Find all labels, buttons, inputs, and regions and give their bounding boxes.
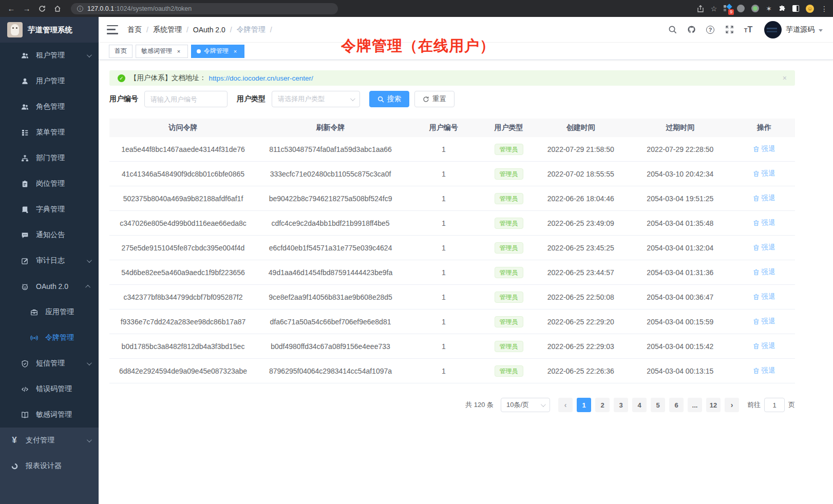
- page-button[interactable]: ...: [688, 398, 702, 412]
- tag-tab[interactable]: 敏感词管理 ×: [136, 45, 188, 58]
- doc-link[interactable]: https://doc.iocoder.cn/user-center/: [209, 74, 313, 82]
- log-icon: [21, 257, 29, 265]
- page-button[interactable]: 6: [669, 398, 684, 412]
- extension-green-dot-icon[interactable]: [751, 5, 759, 12]
- caret-down-icon: [819, 29, 823, 32]
- site-info-icon[interactable]: i: [77, 6, 83, 12]
- page-button[interactable]: 4: [632, 398, 647, 412]
- goto-label: 前往: [747, 400, 761, 410]
- user-menu[interactable]: 芋道源码: [764, 21, 823, 38]
- breadcrumb-item[interactable]: 令牌管理/: [237, 25, 277, 34]
- collapse-menu-icon[interactable]: [107, 25, 118, 34]
- prev-page-button[interactable]: ‹: [558, 398, 573, 412]
- tag-tab[interactable]: 令牌管理 ×: [191, 45, 244, 58]
- sidebar-item[interactable]: 报表设计器: [0, 453, 99, 479]
- page-button[interactable]: 1: [577, 398, 591, 412]
- breadcrumb-item[interactable]: 首页/: [127, 25, 153, 34]
- share-icon[interactable]: [697, 5, 704, 12]
- search-button[interactable]: 搜索: [369, 91, 409, 107]
- goto-page-input[interactable]: [764, 398, 785, 412]
- user-type-select[interactable]: 请选择用户类型: [272, 91, 360, 107]
- extensions-puzzle-icon[interactable]: [779, 5, 786, 12]
- extension-star-icon[interactable]: ✶: [766, 5, 772, 13]
- kick-out-button[interactable]: 强退: [753, 292, 775, 301]
- tag-tab[interactable]: 首页 ×: [109, 45, 132, 58]
- sidebar-item[interactable]: 令牌管理: [0, 325, 99, 351]
- kick-out-button[interactable]: 强退: [753, 366, 775, 375]
- search-icon[interactable]: [667, 25, 677, 35]
- profile-avatar-icon[interactable]: ☺: [806, 5, 814, 13]
- close-tab-icon[interactable]: ×: [175, 48, 182, 55]
- kick-out-button[interactable]: 强退: [753, 317, 775, 326]
- column-header: 用户编号: [404, 123, 483, 132]
- address-bar[interactable]: i 127.0.0.1:1024/system/oauth2/token: [71, 3, 338, 14]
- breadcrumb-item[interactable]: OAuth 2.0/: [193, 26, 237, 34]
- alert-text: 【用户体系】文档地址：: [130, 73, 206, 83]
- alert-close-icon[interactable]: ×: [783, 74, 787, 82]
- sidebar-item[interactable]: 租户管理: [0, 43, 99, 68]
- dict-icon: [21, 205, 29, 214]
- kick-out-button[interactable]: 强退: [753, 193, 775, 203]
- sidebar-item-label: 报表设计器: [26, 461, 62, 471]
- reset-button[interactable]: 重置: [414, 91, 455, 107]
- created-time-cell: 2022-06-25 22:29:03: [535, 342, 627, 351]
- next-page-button[interactable]: ›: [725, 398, 739, 412]
- sidebar-item[interactable]: 字典管理: [0, 197, 99, 222]
- table-row: 6d842e2924594de9a09e45e087323abe 8796295…: [109, 359, 795, 383]
- sidebar-item[interactable]: ¥ 支付管理: [0, 428, 99, 453]
- font-size-icon[interactable]: TT: [743, 25, 753, 35]
- kick-out-button[interactable]: 强退: [753, 169, 775, 178]
- sidebar-item[interactable]: 应用管理: [0, 299, 99, 325]
- sidebar-item[interactable]: 敏感词管理: [0, 402, 99, 428]
- sidebar-item[interactable]: 短信管理: [0, 351, 99, 376]
- kick-out-button[interactable]: 强退: [753, 144, 775, 153]
- user-type-cell: 管理员: [483, 168, 535, 180]
- table-row: 502375b8040a469a9b82188afdf6af1f be90422…: [109, 186, 795, 211]
- page-button[interactable]: 2: [595, 398, 610, 412]
- github-icon[interactable]: [686, 25, 696, 35]
- sidebar-item[interactable]: 角色管理: [0, 94, 99, 120]
- sidebar-item[interactable]: 用户管理: [0, 68, 99, 94]
- forward-icon[interactable]: →: [21, 3, 33, 15]
- sidebar-item[interactable]: 部门管理: [0, 145, 99, 171]
- bookmark-star-icon[interactable]: ☆: [711, 5, 717, 13]
- extension-tabs-icon[interactable]: 9: [724, 5, 730, 12]
- page-button[interactable]: 5: [651, 398, 665, 412]
- extension-gray-icon[interactable]: [737, 5, 745, 12]
- kick-out-button[interactable]: 强退: [753, 243, 775, 252]
- created-time-cell: 2022-06-25 23:44:57: [535, 268, 627, 277]
- app-logo[interactable]: 芋道管理系统: [0, 17, 99, 43]
- kick-out-button[interactable]: 强退: [753, 218, 775, 227]
- menu-dots-icon[interactable]: ⋮: [821, 5, 828, 13]
- page-size-select[interactable]: 10条/页: [501, 398, 550, 412]
- active-dot: [197, 49, 201, 53]
- sidebar-item[interactable]: 菜单管理: [0, 120, 99, 145]
- help-icon[interactable]: ?: [705, 25, 715, 35]
- sidebar-item[interactable]: 审计日志: [0, 248, 99, 274]
- badge-icon: [21, 180, 29, 188]
- sidebar-item-label: 支付管理: [26, 436, 54, 445]
- chevron-icon: [87, 360, 92, 365]
- access-token-cell: 502375b8040a469a9b82188afdf6af1f: [109, 195, 257, 203]
- sidebar-item[interactable]: 岗位管理: [0, 171, 99, 197]
- close-tab-icon[interactable]: ×: [232, 48, 239, 55]
- sidebar-item[interactable]: OAuth 2.0: [0, 274, 99, 299]
- expire-time-cell: 2054-03-10 20:42:34: [627, 170, 733, 178]
- breadcrumb-item[interactable]: 系统管理/: [153, 25, 193, 34]
- action-cell: 强退: [733, 218, 795, 228]
- kick-out-button[interactable]: 强退: [753, 341, 775, 351]
- sidebar-item-label: 敏感词管理: [36, 410, 72, 419]
- fullscreen-icon[interactable]: [724, 25, 734, 35]
- home-icon[interactable]: [51, 3, 64, 15]
- reload-icon[interactable]: [36, 3, 48, 15]
- sidebar-item[interactable]: 错误码管理: [0, 376, 99, 402]
- created-time-cell: 2022-06-25 23:49:09: [535, 219, 627, 227]
- kick-out-button[interactable]: 强退: [753, 267, 775, 277]
- back-icon[interactable]: ←: [5, 3, 17, 15]
- page-button[interactable]: 12: [706, 398, 721, 412]
- user-id-input[interactable]: [150, 95, 221, 103]
- side-panel-icon[interactable]: [792, 5, 799, 12]
- page-button[interactable]: 3: [614, 398, 628, 412]
- sidebar-item[interactable]: 通知公告: [0, 222, 99, 248]
- sidebar-item-label: 错误码管理: [36, 384, 72, 394]
